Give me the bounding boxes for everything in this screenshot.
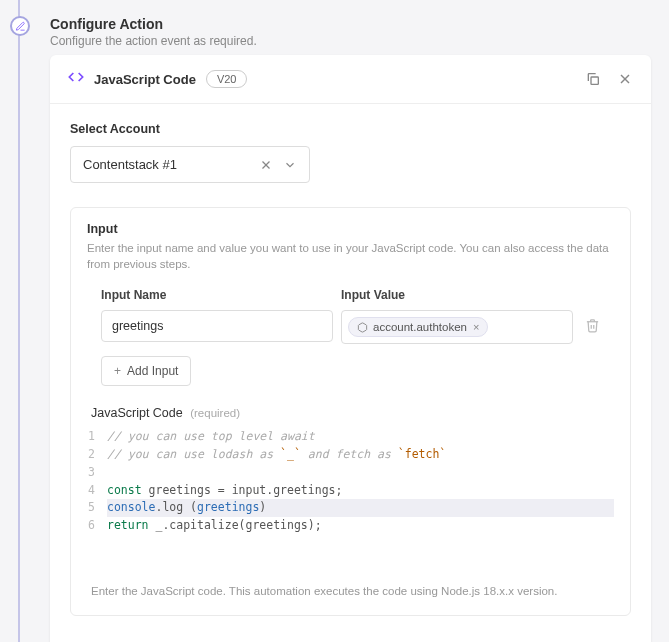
copy-icon[interactable] (585, 71, 601, 87)
token-chip: account.authtoken × (348, 317, 488, 337)
clear-icon[interactable] (259, 158, 273, 172)
svg-rect-0 (591, 77, 598, 84)
chevron-down-icon[interactable] (283, 158, 297, 172)
select-account-label: Select Account (70, 122, 631, 136)
card-body: Select Account Contentstack #1 Input Ent… (50, 104, 651, 636)
required-hint: (required) (190, 407, 240, 419)
card-header: JavaScript Code V20 (50, 55, 651, 104)
input-name-label: Input Name (101, 288, 333, 302)
input-name-field[interactable] (101, 310, 333, 342)
code-section-header: JavaScript Code (required) (87, 406, 614, 420)
close-icon[interactable] (617, 71, 633, 87)
input-panel: Input Enter the input name and value you… (70, 207, 631, 616)
token-text: account.authtoken (373, 321, 467, 333)
input-value-label: Input Value (341, 288, 573, 302)
account-select[interactable]: Contentstack #1 (70, 146, 310, 183)
step-header: Configure Action Configure the action ev… (50, 16, 257, 48)
card-title: JavaScript Code (94, 72, 196, 87)
code-editor[interactable]: 1// you can use top level await 2// you … (87, 428, 614, 535)
plus-icon: + (114, 364, 121, 378)
code-icon (68, 69, 84, 89)
config-card: JavaScript Code V20 Select Account Conte… (50, 55, 651, 642)
add-input-label: Add Input (127, 364, 178, 378)
version-pill: V20 (206, 70, 248, 88)
delete-row-icon[interactable] (585, 318, 600, 333)
input-panel-desc: Enter the input name and value you want … (87, 240, 614, 272)
step-subtitle: Configure the action event as required. (50, 34, 257, 48)
timeline-node-icon (10, 16, 30, 36)
account-value: Contentstack #1 (83, 157, 249, 172)
step-title: Configure Action (50, 16, 257, 32)
code-footnote: Enter the JavaScript code. This automati… (87, 585, 614, 597)
code-section-title: JavaScript Code (91, 406, 183, 420)
input-value-field[interactable]: account.authtoken × (341, 310, 573, 344)
card-footer: Proceed (50, 636, 651, 642)
cube-icon (357, 322, 368, 333)
timeline-line (18, 0, 20, 642)
input-panel-title: Input (87, 222, 614, 236)
add-input-button[interactable]: + Add Input (101, 356, 191, 386)
input-row: Input Name Input Value account.authtoken… (87, 288, 614, 344)
token-remove-icon[interactable]: × (473, 321, 479, 333)
